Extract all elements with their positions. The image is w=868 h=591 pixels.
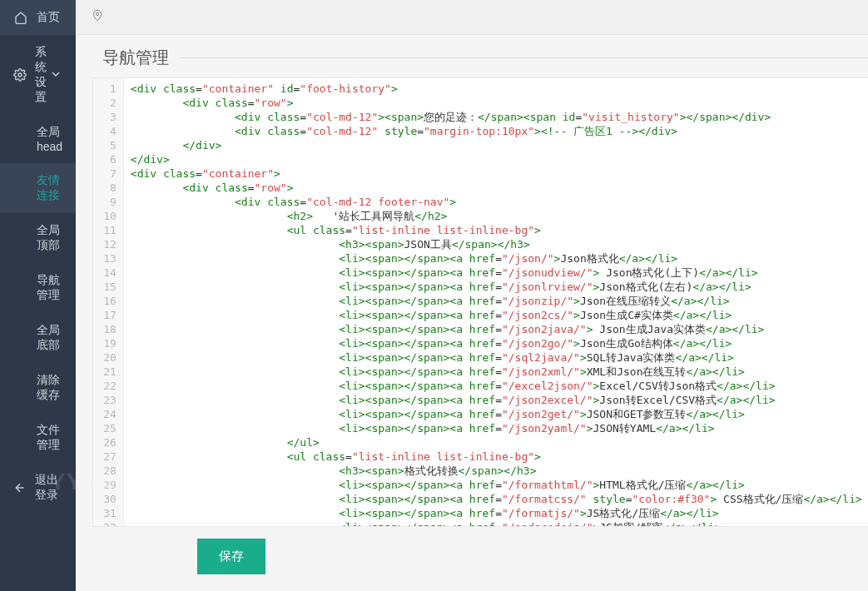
sidebar-item-links[interactable]: 友情连接 [0, 163, 76, 213]
sidebar-item-label: 退出登录 [35, 473, 62, 503]
sidebar-item-label: 友情连接 [37, 173, 62, 203]
sidebar-item-top[interactable]: 全局顶部 [0, 213, 76, 263]
code-editor[interactable]: 1234567891011121314151617181920212223242… [92, 77, 868, 527]
editor-code[interactable]: <div class="container" id="foot-history"… [124, 78, 868, 526]
topbar [76, 0, 868, 35]
sidebar-item-settings[interactable]: 系统设置 [0, 35, 76, 115]
page-title: 导航管理 [102, 47, 169, 69]
sidebar-item-cache[interactable]: 清除缓存 [0, 363, 76, 413]
divider [181, 57, 868, 58]
save-button[interactable]: 保存 [197, 539, 265, 574]
sidebar-item-label: 全局顶部 [37, 223, 62, 253]
home-icon [13, 11, 28, 24]
sidebar-item-label: 全局head [37, 125, 62, 153]
sidebar: 首页 系统设置 全局head 友情连接 全局顶部 导航管理 全局底部 清除缓存 … [0, 0, 76, 591]
sidebar-item-label: 导航管理 [37, 273, 62, 303]
logout-icon [13, 481, 27, 494]
sidebar-item-label: 清除缓存 [37, 373, 62, 403]
sidebar-item-label: 全局底部 [37, 323, 62, 353]
gear-icon [13, 68, 27, 82]
location-icon [91, 9, 104, 25]
sidebar-item-head[interactable]: 全局head [0, 115, 76, 163]
sidebar-item-label: 文件管理 [37, 423, 62, 453]
sidebar-item-label: 系统设置 [35, 45, 49, 105]
svg-point-0 [18, 73, 22, 77]
sidebar-item-logout[interactable]: 退出登录 [0, 463, 76, 513]
sidebar-item-home[interactable]: 首页 [0, 0, 76, 35]
sidebar-item-bottom[interactable]: 全局底部 [0, 313, 76, 363]
sidebar-item-files[interactable]: 文件管理 [0, 413, 76, 463]
main: 导航管理 12345678910111213141516171819202122… [76, 0, 868, 591]
sidebar-item-label: 首页 [37, 10, 60, 25]
editor-gutter: 1234567891011121314151617181920212223242… [93, 78, 124, 526]
chevron-down-icon [49, 67, 62, 83]
sidebar-item-nav[interactable]: 导航管理 [0, 263, 76, 313]
svg-point-1 [96, 12, 98, 15]
